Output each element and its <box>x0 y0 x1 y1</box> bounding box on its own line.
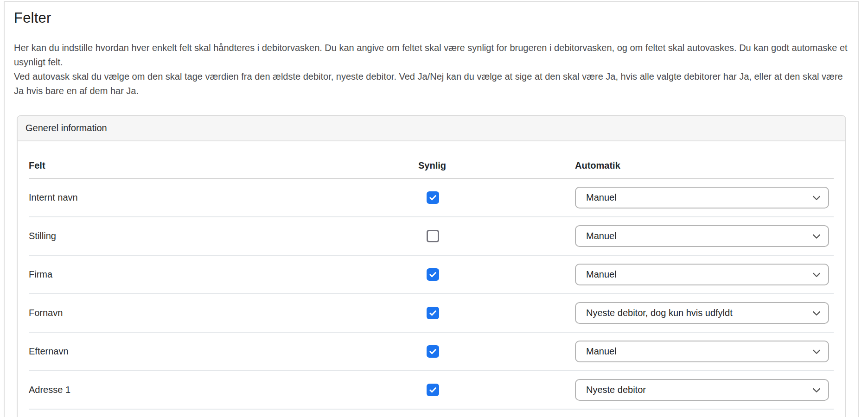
automatic-cell: Manuel <box>575 187 834 208</box>
automatic-select-value: Manuel <box>586 269 617 280</box>
content-frame: Felter Her kan du indstille hvordan hver… <box>4 1 859 417</box>
visible-checkbox[interactable] <box>427 191 439 204</box>
chevron-down-icon <box>812 270 821 279</box>
table-header-row: Felt Synlig Automatik <box>29 141 834 179</box>
visible-checkbox[interactable] <box>427 345 439 358</box>
table-body: Internt navn Manuel Stilling <box>29 179 834 410</box>
automatic-cell: Nyeste debitor, dog kun hvis udfyldt <box>575 302 834 324</box>
chevron-down-icon <box>812 385 821 395</box>
intro-paragraph-1: Her kan du indstille hvordan hver enkelt… <box>14 41 849 70</box>
checkmark-icon <box>428 270 438 279</box>
visible-checkbox[interactable] <box>427 230 439 242</box>
chevron-down-icon <box>812 193 821 202</box>
visible-checkbox[interactable] <box>427 384 439 396</box>
automatic-select-value: Nyeste debitor <box>586 385 646 395</box>
table-row: Fornavn Nyeste debitor, dog kun hvis udf… <box>29 294 834 333</box>
field-label: Fornavn <box>29 308 413 318</box>
column-header-felt: Felt <box>29 160 413 171</box>
page: Felter Her kan du indstille hvordan hver… <box>0 0 868 417</box>
intro-paragraph-2: Ved autovask skal du vælge om den skal t… <box>14 70 849 98</box>
checkmark-icon <box>428 385 438 395</box>
field-label: Internt navn <box>29 192 413 203</box>
table-row: Adresse 1 Nyeste debitor <box>29 371 834 410</box>
table-row: Stilling Manuel <box>29 217 834 256</box>
table-row: Internt navn Manuel <box>29 179 834 217</box>
chevron-down-icon <box>812 309 821 318</box>
automatic-select-value: Manuel <box>586 192 617 203</box>
automatic-select[interactable]: Nyeste debitor, dog kun hvis udfyldt <box>575 302 829 324</box>
automatic-select-value: Nyeste debitor, dog kun hvis udfyldt <box>586 308 733 318</box>
card-body: Felt Synlig Automatik Internt navn Manue… <box>18 141 845 410</box>
checkmark-icon <box>428 308 438 318</box>
visible-cell <box>413 230 575 242</box>
field-label: Stilling <box>29 231 413 241</box>
automatic-select[interactable]: Manuel <box>575 187 829 208</box>
chevron-down-icon <box>812 347 821 356</box>
checkmark-icon <box>428 347 438 356</box>
column-header-synlig: Synlig <box>413 160 575 171</box>
field-label: Efternavn <box>29 346 413 357</box>
visible-cell <box>413 345 575 358</box>
automatic-select-value: Manuel <box>586 346 617 357</box>
card-header: Generel information <box>18 116 845 141</box>
visible-cell <box>413 384 575 396</box>
column-header-automatik: Automatik <box>575 160 834 171</box>
general-information-card: Generel information Felt Synlig Automati… <box>17 115 846 417</box>
visible-checkbox[interactable] <box>427 307 439 319</box>
automatic-select[interactable]: Manuel <box>575 264 829 285</box>
field-label: Adresse 1 <box>29 385 413 395</box>
visible-checkbox[interactable] <box>427 268 439 281</box>
visible-cell <box>413 191 575 204</box>
card-title: Generel information <box>26 123 107 133</box>
page-title: Felter <box>14 8 849 28</box>
visible-cell <box>413 307 575 319</box>
chevron-down-icon <box>812 232 821 241</box>
automatic-select[interactable]: Manuel <box>575 341 829 362</box>
visible-cell <box>413 268 575 281</box>
field-label: Firma <box>29 269 413 280</box>
checkmark-icon <box>428 193 438 202</box>
automatic-cell: Manuel <box>575 264 834 285</box>
table-row: Efternavn Manuel <box>29 333 834 371</box>
automatic-select[interactable]: Manuel <box>575 225 829 247</box>
intro-text: Her kan du indstille hvordan hver enkelt… <box>14 41 849 98</box>
automatic-select-value: Manuel <box>586 231 617 241</box>
table-row: Firma Manuel <box>29 256 834 294</box>
automatic-cell: Manuel <box>575 341 834 362</box>
automatic-select[interactable]: Nyeste debitor <box>575 379 829 401</box>
automatic-cell: Manuel <box>575 225 834 247</box>
automatic-cell: Nyeste debitor <box>575 379 834 401</box>
